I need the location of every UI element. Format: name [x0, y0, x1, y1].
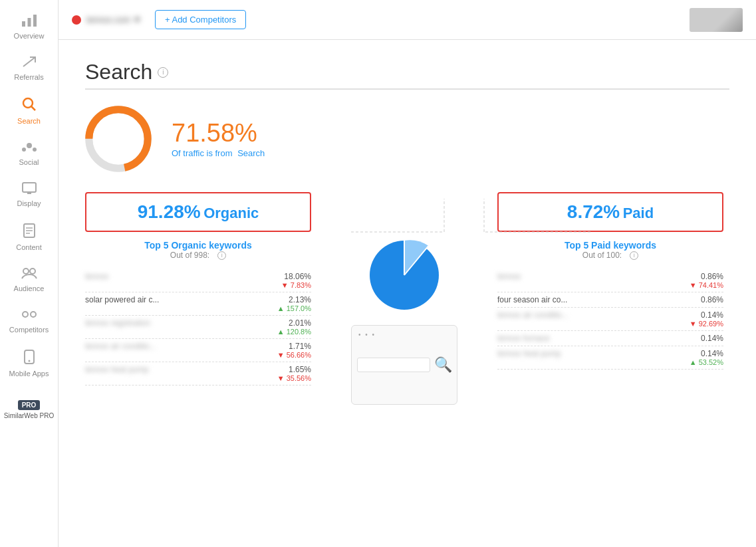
- organic-info-icon[interactable]: i: [217, 251, 226, 260]
- page-title: Search: [85, 60, 152, 84]
- traffic-percent: 71.58%: [172, 120, 265, 146]
- search-popup-inner: 🔍: [357, 356, 452, 374]
- keyword-name: lennox heat pump: [497, 349, 690, 358]
- keyword-change: ▼ 92.69%: [690, 320, 723, 328]
- svg-rect-1: [27, 18, 31, 27]
- search-popup-bar: [357, 358, 430, 372]
- search-popup: • • • 🔍: [351, 325, 457, 405]
- table-row: lennox air conditio... 1.71% ▼ 56.66%: [85, 339, 311, 362]
- paid-percent: 8.72%: [567, 201, 620, 222]
- keyword-pct: 2.01%: [277, 318, 311, 328]
- sidebar-item-pro[interactable]: PRO SimilarWeb PRO: [0, 392, 58, 427]
- sidebar-item-competitors-label: Competitors: [9, 326, 49, 334]
- table-row: solar powered air c... 2.13% ▲ 157.0%: [85, 292, 311, 316]
- sidebar-item-competitors[interactable]: Competitors: [0, 300, 58, 342]
- sidebar-item-display[interactable]: Display: [0, 174, 58, 215]
- keyword-stats: 0.14% ▲ 53.52%: [690, 349, 723, 366]
- sidebar-pro-label: SimilarWeb PRO: [4, 412, 54, 419]
- keyword-name: lennox registration: [85, 318, 277, 328]
- svg-point-18: [23, 312, 28, 317]
- keyword-change: ▲ 53.52%: [690, 358, 723, 366]
- svg-point-6: [27, 143, 32, 148]
- sidebar-item-overview[interactable]: Overview: [0, 7, 58, 48]
- keyword-change: ▼ 7.83%: [281, 281, 311, 289]
- sidebar-item-social[interactable]: Social: [0, 133, 58, 174]
- traffic-label-link[interactable]: Search: [237, 148, 265, 158]
- sidebar: Overview Referrals Search Social Display…: [0, 0, 59, 547]
- keyword-stats: 1.65% ▼ 35.56%: [277, 365, 311, 382]
- sidebar-item-display-label: Display: [17, 199, 41, 207]
- center-area: • • • 🔍: [351, 192, 457, 405]
- paid-keywords-list: lennox 0.86% ▼ 74.41% four season air co…: [497, 269, 723, 370]
- title-divider: [85, 88, 729, 90]
- sidebar-item-referrals[interactable]: Referrals: [0, 48, 58, 89]
- keyword-change: ▲ 157.0%: [277, 304, 311, 312]
- keyword-pct: 18.06%: [281, 272, 311, 281]
- keyword-name: lennox: [497, 272, 690, 281]
- keyword-name: four season air co...: [497, 295, 701, 304]
- table-row: lennox 18.06% ▼ 7.83%: [85, 269, 311, 292]
- keyword-name: lennox heat pump: [85, 365, 277, 374]
- audience-icon: [21, 267, 37, 282]
- svg-point-17: [30, 269, 35, 274]
- social-icon: [22, 141, 37, 156]
- keyword-pct: 0.14%: [701, 334, 723, 343]
- keyword-name: solar powered air c...: [85, 295, 277, 304]
- svg-line-3: [23, 57, 35, 66]
- domain-name: lennox.com ▼: [86, 15, 142, 25]
- sidebar-item-referrals-label: Referrals: [14, 73, 44, 81]
- sidebar-item-mobile-apps-label: Mobile Apps: [9, 370, 49, 378]
- competitors-icon: [22, 308, 37, 324]
- keyword-change: ▼ 74.41%: [690, 281, 723, 289]
- traffic-label-pre: Of traffic is from: [172, 148, 233, 158]
- keyword-change: ▼ 35.56%: [277, 374, 311, 382]
- referrals-icon: [22, 56, 37, 71]
- page-title-info-icon[interactable]: i: [158, 67, 168, 78]
- table-row: lennox heat pump 1.65% ▼ 35.56%: [85, 362, 311, 385]
- sidebar-item-search-label: Search: [17, 117, 41, 125]
- page-title-row: Search i: [85, 60, 729, 84]
- organic-side: 91.28% Organic Top 5 Organic keywords Ou…: [85, 192, 311, 385]
- sidebar-item-content-label: Content: [16, 243, 42, 251]
- paid-box: 8.72% Paid: [497, 192, 723, 232]
- sidebar-item-audience-label: Audience: [14, 284, 45, 292]
- svg-rect-0: [22, 21, 25, 27]
- keyword-pct: 1.65%: [277, 365, 311, 374]
- svg-point-8: [33, 148, 37, 152]
- main-content: lennox.com ▼ + Add Competitors Search i …: [59, 0, 756, 547]
- add-competitors-button[interactable]: + Add Competitors: [155, 10, 246, 29]
- topbar: lennox.com ▼ + Add Competitors: [59, 0, 756, 40]
- paid-keywords-subtitle-text: Out of 100:: [582, 251, 622, 260]
- overview-icon: [22, 15, 37, 30]
- organic-keywords-list: lennox 18.06% ▼ 7.83% solar powered air …: [85, 269, 311, 385]
- sidebar-item-content[interactable]: Content: [0, 215, 58, 259]
- keyword-name: lennox furnace: [497, 334, 701, 343]
- keyword-stats: 2.01% ▲ 120.8%: [277, 318, 311, 336]
- sidebar-item-search[interactable]: Search: [0, 89, 58, 133]
- table-row: lennox air conditio... 0.14% ▼ 92.69%: [497, 308, 723, 331]
- svg-point-4: [23, 98, 33, 108]
- paid-info-icon[interactable]: i: [630, 251, 638, 260]
- keyword-name: lennox air conditio...: [85, 342, 277, 351]
- table-row: lennox furnace 0.14%: [497, 331, 723, 346]
- sidebar-item-mobile-apps[interactable]: Mobile Apps: [0, 342, 58, 385]
- table-row: lennox 0.86% ▼ 74.41%: [497, 269, 723, 292]
- keyword-stats: 0.14% ▼ 92.69%: [690, 310, 723, 328]
- organic-keywords-subtitle-text: Out of 998:: [170, 251, 209, 260]
- pie-chart: [361, 232, 447, 318]
- organic-keywords-title: Top 5 Organic keywords: [85, 240, 311, 251]
- keyword-stats: 0.86% ▼ 74.41%: [690, 272, 723, 289]
- keyword-change: ▼ 56.66%: [277, 351, 311, 359]
- paid-keywords-title: Top 5 Paid keywords: [497, 240, 723, 251]
- keyword-stats: 1.71% ▼ 56.66%: [277, 342, 311, 359]
- keyword-pct: 2.13%: [277, 295, 311, 304]
- organic-box: 91.28% Organic: [85, 192, 311, 232]
- donut-chart: [85, 106, 152, 172]
- sidebar-item-social-label: Social: [19, 158, 39, 166]
- svg-point-16: [23, 269, 29, 274]
- table-row: lennox heat pump 0.14% ▲ 53.52%: [497, 346, 723, 370]
- table-row: lennox registration 2.01% ▲ 120.8%: [85, 316, 311, 339]
- display-icon: [22, 182, 37, 197]
- svg-point-19: [31, 312, 36, 317]
- sidebar-item-audience[interactable]: Audience: [0, 259, 58, 300]
